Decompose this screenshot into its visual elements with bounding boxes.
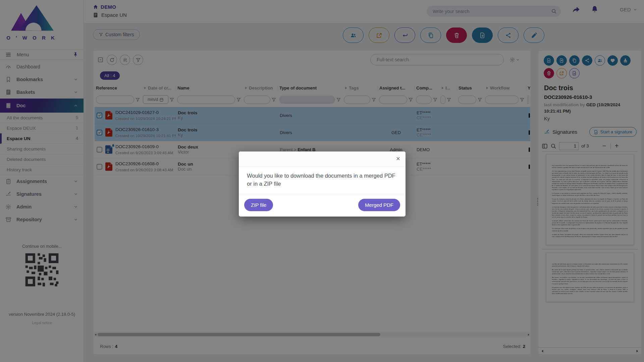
dialog-message: Would you like to download the documents… [239, 167, 406, 194]
zip-file-button[interactable]: ZIP file [244, 199, 273, 211]
dialog-header: × [239, 152, 406, 167]
dialog-footer: ZIP file Merged PDF [239, 194, 406, 217]
download-choice-dialog: × Would you like to download the documen… [239, 152, 406, 217]
close-icon[interactable]: × [396, 155, 400, 162]
merged-pdf-button[interactable]: Merged PDF [358, 199, 400, 211]
app-root: O ' W O R K Menu Dashboard Bookmarks Bas… [0, 0, 644, 362]
